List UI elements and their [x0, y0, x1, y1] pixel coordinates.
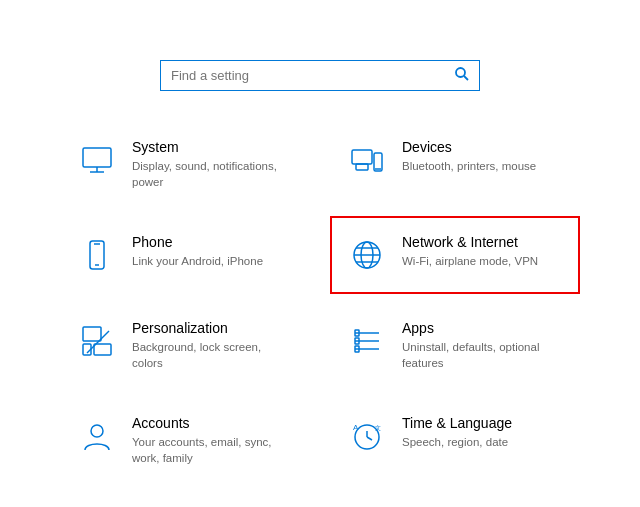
- setting-name-system: System: [132, 139, 294, 155]
- main-content: System Display, sound, notifications, po…: [0, 30, 640, 505]
- setting-name-network: Network & Internet: [402, 234, 538, 250]
- setting-name-phone: Phone: [132, 234, 263, 250]
- svg-rect-5: [352, 150, 372, 164]
- settings-grid: System Display, sound, notifications, po…: [60, 121, 580, 485]
- search-icon: [455, 67, 469, 84]
- svg-line-1: [464, 76, 468, 80]
- setting-text-time: Time & Language Speech, region, date: [402, 415, 512, 450]
- setting-item-system[interactable]: System Display, sound, notifications, po…: [60, 121, 310, 208]
- setting-text-accounts: Accounts Your accounts, email, sync, wor…: [132, 415, 294, 466]
- accounts-icon: [76, 415, 118, 457]
- setting-text-devices: Devices Bluetooth, printers, mouse: [402, 139, 536, 174]
- setting-item-apps[interactable]: Apps Uninstall, defaults, optional featu…: [330, 302, 580, 389]
- setting-item-accounts[interactable]: Accounts Your accounts, email, sync, wor…: [60, 397, 310, 484]
- setting-name-accounts: Accounts: [132, 415, 294, 431]
- svg-line-30: [367, 437, 372, 440]
- close-button[interactable]: [586, 0, 632, 30]
- setting-name-time: Time & Language: [402, 415, 512, 431]
- svg-point-27: [91, 425, 103, 437]
- phone-icon: [76, 234, 118, 276]
- svg-rect-2: [83, 148, 111, 167]
- setting-desc-system: Display, sound, notifications, power: [132, 158, 294, 190]
- setting-desc-apps: Uninstall, defaults, optional features: [402, 339, 564, 371]
- setting-item-time[interactable]: A 文 Time & Language Speech, region, date: [330, 397, 580, 484]
- setting-text-apps: Apps Uninstall, defaults, optional featu…: [402, 320, 564, 371]
- svg-rect-7: [356, 164, 368, 170]
- svg-line-20: [87, 331, 109, 353]
- search-input[interactable]: [171, 68, 455, 83]
- setting-item-devices[interactable]: Devices Bluetooth, printers, mouse: [330, 121, 580, 208]
- apps-icon: [346, 320, 388, 362]
- personalization-icon: [76, 320, 118, 362]
- setting-item-network[interactable]: Network & Internet Wi-Fi, airplane mode,…: [330, 216, 580, 294]
- setting-desc-time: Speech, region, date: [402, 434, 512, 450]
- minimize-button[interactable]: [494, 0, 540, 30]
- setting-desc-network: Wi-Fi, airplane mode, VPN: [402, 253, 538, 269]
- svg-point-0: [456, 68, 465, 77]
- svg-text:A: A: [353, 423, 359, 432]
- svg-text:文: 文: [375, 424, 381, 431]
- window-controls: [494, 0, 632, 30]
- network-icon: [346, 234, 388, 276]
- setting-text-personalization: Personalization Background, lock screen,…: [132, 320, 294, 371]
- devices-icon: [346, 139, 388, 181]
- setting-desc-devices: Bluetooth, printers, mouse: [402, 158, 536, 174]
- setting-text-network: Network & Internet Wi-Fi, airplane mode,…: [402, 234, 538, 269]
- setting-desc-phone: Link your Android, iPhone: [132, 253, 263, 269]
- search-bar[interactable]: [160, 60, 480, 91]
- setting-name-devices: Devices: [402, 139, 536, 155]
- svg-rect-17: [83, 327, 101, 341]
- system-icon: [76, 139, 118, 181]
- setting-item-personalization[interactable]: Personalization Background, lock screen,…: [60, 302, 310, 389]
- setting-name-personalization: Personalization: [132, 320, 294, 336]
- time-icon: A 文: [346, 415, 388, 457]
- maximize-button[interactable]: [540, 0, 586, 30]
- setting-text-phone: Phone Link your Android, iPhone: [132, 234, 263, 269]
- svg-rect-19: [94, 344, 111, 355]
- setting-item-phone[interactable]: Phone Link your Android, iPhone: [60, 216, 310, 294]
- setting-desc-accounts: Your accounts, email, sync, work, family: [132, 434, 294, 466]
- setting-desc-personalization: Background, lock screen, colors: [132, 339, 294, 371]
- setting-name-apps: Apps: [402, 320, 564, 336]
- title-bar: [0, 0, 640, 30]
- setting-text-system: System Display, sound, notifications, po…: [132, 139, 294, 190]
